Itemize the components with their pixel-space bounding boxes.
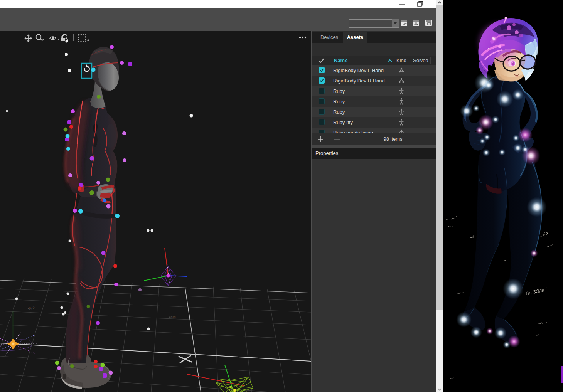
svg-text:·― ˛―ˈ: ·― ˛―ˈ: [445, 215, 457, 221]
svg-text:―⋯ˈ: ―⋯ˈ: [446, 376, 454, 380]
svg-text:⋯ˈ―: ⋯ˈ―: [448, 224, 455, 228]
svg-text:·ˈ―: ·ˈ―: [500, 259, 506, 263]
svg-text:⋯ˈ· ―: ⋯ˈ· ―: [538, 321, 548, 326]
svg-text:Гл. ЗОлл.ˈ: Гл. ЗОлл.ˈ: [525, 286, 548, 296]
svg-text:―ˈ⋯: ―ˈ⋯: [456, 291, 464, 295]
svg-text:ˈ⋯―: ˈ⋯―: [545, 242, 554, 249]
svg-text:―ˈ: ―ˈ: [534, 332, 540, 338]
svg-text:≈эɪɴ: ≈эɪɴ: [169, 315, 176, 319]
svg-text:-872-: -872-: [27, 306, 36, 310]
